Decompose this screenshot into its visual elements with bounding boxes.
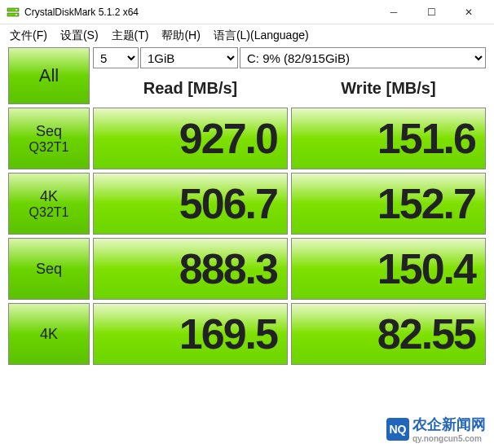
maximize-button[interactable]: ☐ [412, 0, 450, 24]
menu-file[interactable]: 文件(F) [3, 25, 54, 46]
menu-help[interactable]: 帮助(H) [155, 25, 206, 46]
menu-theme[interactable]: 主题(T) [105, 25, 156, 46]
test-size-select[interactable]: 1GiB [140, 47, 238, 68]
4k-write: 82.55 [291, 303, 486, 365]
4k-button[interactable]: 4K [8, 303, 90, 365]
title-bar: CrystalDiskMark 5.1.2 x64 ─ ☐ ✕ [0, 0, 494, 24]
4k-q32t1-write: 152.7 [291, 173, 486, 235]
seq-q32t1-button[interactable]: Seq Q32T1 [8, 108, 90, 169]
all-button[interactable]: All [8, 47, 90, 104]
watermark-url: qy.nongcun5.com [412, 434, 486, 443]
4k-q32t1-read: 506.7 [93, 173, 288, 235]
minimize-button[interactable]: ─ [375, 0, 412, 24]
4k-q32t1-button[interactable]: 4K Q32T1 [8, 173, 90, 235]
4k-read: 169.5 [93, 303, 288, 365]
write-header: Write [MB/s] [291, 72, 486, 104]
seq-write: 150.4 [291, 238, 486, 300]
seq-q32t1-read: 927.0 [93, 108, 288, 169]
drive-select[interactable]: C: 9% (82/915GiB) [240, 47, 486, 68]
window-title: CrystalDiskMark 5.1.2 x64 [24, 7, 375, 18]
watermark-logo: NQ [386, 418, 409, 441]
seq-q32t1-write: 151.6 [291, 108, 486, 169]
menu-language[interactable]: 语言(L)(Language) [207, 25, 315, 46]
window-controls: ─ ☐ ✕ [375, 0, 487, 24]
close-button[interactable]: ✕ [450, 0, 487, 24]
svg-point-2 [15, 9, 17, 11]
benchmark-area: All 5 1GiB C: 9% (82/915GiB) Read [MB/s]… [0, 47, 494, 373]
app-icon [7, 6, 20, 19]
test-count-select[interactable]: 5 [93, 47, 139, 68]
watermark: NQ 农企新闻网 qy.nongcun5.com [386, 415, 486, 443]
all-button-label: All [39, 65, 59, 86]
svg-point-3 [15, 14, 17, 15]
watermark-text: 农企新闻网 [412, 416, 486, 433]
menu-settings[interactable]: 设置(S) [54, 25, 105, 46]
read-header: Read [MB/s] [93, 72, 288, 104]
seq-read: 888.3 [93, 238, 288, 300]
seq-button[interactable]: Seq [8, 238, 90, 300]
controls-row: 5 1GiB C: 9% (82/915GiB) [93, 47, 486, 68]
menu-bar: 文件(F) 设置(S) 主题(T) 帮助(H) 语言(L)(Language) [0, 24, 494, 47]
